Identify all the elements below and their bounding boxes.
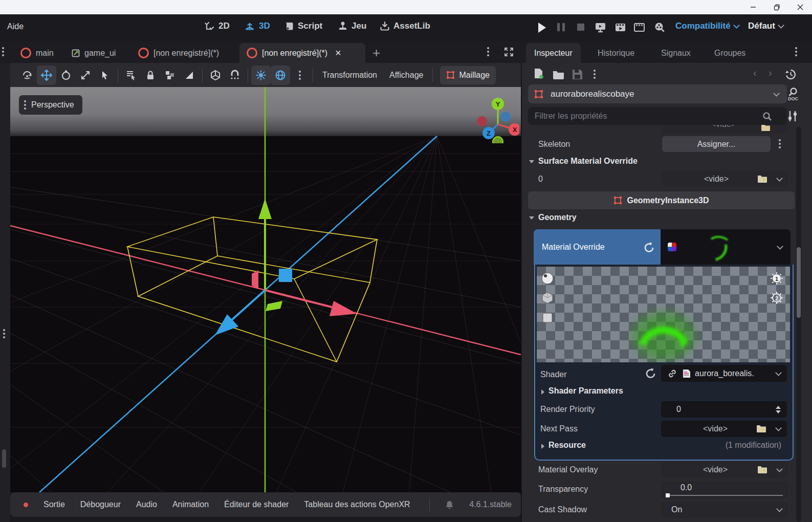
material-override-row[interactable]: Material Override — [534, 229, 661, 265]
next-pass-picker[interactable]: <vide> — [661, 421, 787, 437]
renderer-select[interactable]: Compatibilité — [675, 21, 739, 31]
tab-historique[interactable]: Historique — [589, 43, 643, 63]
panel-audio[interactable]: Audio — [136, 500, 157, 509]
panel-debogueur[interactable]: Débogueur — [80, 500, 121, 509]
expand-viewport-icon[interactable] — [504, 47, 514, 57]
open-docs-icon[interactable]: DOC — [787, 87, 799, 101]
render-priority-spinbox[interactable]: 0 — [661, 401, 787, 418]
perspective-menu-button[interactable]: Perspective — [19, 95, 82, 115]
movie-clapper-icon[interactable] — [633, 21, 645, 33]
select-tool[interactable] — [95, 66, 115, 85]
tab-groupes[interactable]: Groupes — [706, 43, 754, 63]
history-forward-icon[interactable]: › — [769, 67, 772, 79]
scrollbar-thumb[interactable] — [797, 247, 801, 318]
filter-properties-input[interactable] — [528, 107, 787, 125]
ruler-tool[interactable] — [180, 66, 199, 85]
movie-writer-icon[interactable] — [615, 21, 626, 33]
new-scene-tab-button[interactable]: + — [372, 45, 380, 61]
rotate-tool[interactable] — [56, 66, 76, 85]
history-back-icon[interactable]: ‹ — [753, 67, 757, 79]
remote-debug-icon[interactable] — [595, 21, 606, 33]
scene-tab-unsaved-1[interactable]: [non enregistré](*) — [131, 43, 226, 63]
surface-material-picker[interactable]: <vide> — [662, 171, 788, 187]
save-resource-icon[interactable] — [572, 69, 583, 80]
load-resource-icon[interactable] — [553, 70, 565, 79]
section-surface-material-override[interactable]: Surface Material Override — [538, 157, 638, 166]
local-space-toggle[interactable] — [206, 66, 225, 85]
workspace-script[interactable]: Script — [284, 21, 322, 31]
transparency-slider[interactable]: 0.0 — [661, 481, 788, 499]
spinner-icon[interactable] — [776, 406, 781, 414]
section-geometry[interactable]: Geometry — [538, 213, 577, 222]
scene-tab-main[interactable]: main — [13, 43, 61, 63]
panel-animation[interactable]: Animation — [172, 500, 209, 509]
left-scrollbar-thumb[interactable] — [2, 449, 6, 468]
scene-tab-unsaved-2-active[interactable]: [non enregistré](*) × — [239, 43, 365, 63]
cast-shadow-dropdown[interactable]: On — [661, 502, 788, 518]
section-shader-parameters[interactable]: Shader Parameters — [548, 386, 623, 396]
preview-options-menu-icon[interactable] — [290, 66, 310, 85]
preview-light1-icon[interactable]: 1 — [770, 272, 783, 285]
dock-handle-icon[interactable] — [2, 51, 4, 53]
preview-light2-icon[interactable]: 2 — [770, 291, 783, 304]
dock-handle-icon[interactable] — [3, 333, 5, 335]
snap-toggle[interactable] — [225, 66, 245, 85]
move-tool[interactable] — [37, 66, 56, 85]
preview-environment-toggle[interactable] — [271, 66, 290, 85]
expand-icon[interactable] — [541, 389, 544, 395]
scale-tool[interactable] — [76, 66, 95, 85]
category-geometryinstance3d[interactable]: GeometryInstance3D — [528, 191, 795, 209]
inspector-scrollbar[interactable] — [796, 127, 801, 522]
dock-tabs-menu-icon[interactable] — [795, 51, 797, 53]
object-history-icon[interactable] — [785, 69, 797, 80]
menu-affichage[interactable]: Affichage — [383, 71, 429, 80]
material-overlay-picker[interactable]: <vide> — [661, 462, 788, 478]
quick-load-icon[interactable] — [757, 175, 767, 183]
pause-button[interactable] — [557, 23, 565, 31]
axis-orientation-gizmo[interactable]: Y X Z — [468, 92, 519, 143]
renderer-info-icon[interactable] — [653, 21, 665, 33]
play-button[interactable] — [538, 23, 546, 33]
property-tools-icon[interactable] — [787, 110, 798, 122]
workspace-assetlib[interactable]: AssetLib — [380, 21, 430, 31]
close-icon[interactable] — [788, 0, 812, 14]
section-resource[interactable]: Resource — [548, 441, 586, 450]
workspace-3d[interactable]: 3D — [245, 21, 270, 31]
menu-aide[interactable]: Aide — [7, 22, 24, 31]
panel-shader-editor[interactable]: Éditeur de shader — [224, 500, 289, 509]
stop-button[interactable] — [577, 24, 584, 31]
new-resource-icon[interactable] — [533, 68, 544, 81]
notification-bell-icon[interactable] — [445, 500, 454, 510]
minimize-icon[interactable] — [741, 0, 765, 14]
layout-preset-select[interactable]: Défaut — [748, 21, 783, 31]
tab-signaux[interactable]: Signaux — [653, 43, 699, 63]
preview-sphere-icon[interactable] — [541, 272, 554, 285]
collapse-icon[interactable] — [529, 160, 534, 163]
maximize-icon[interactable] — [765, 0, 788, 14]
resource-menu-icon[interactable] — [594, 73, 596, 75]
group-selected-tool[interactable] — [160, 66, 180, 85]
quick-load-icon[interactable] — [757, 466, 767, 474]
preview-quad-icon[interactable] — [541, 311, 554, 324]
3d-viewport[interactable]: Perspective Y X Z — [10, 87, 521, 492]
menu-transformation[interactable]: Transformation — [316, 71, 383, 80]
lock-selected-tool[interactable] — [141, 66, 160, 85]
scene-tab-game-ui[interactable]: game_ui — [64, 43, 123, 63]
select-list-tool[interactable] — [121, 66, 141, 85]
slider-grabber[interactable] — [666, 493, 670, 497]
panel-openxr[interactable]: Tableau des actions OpenXR — [304, 500, 410, 509]
preview-box-icon[interactable] — [541, 291, 554, 304]
assign-skeleton-button[interactable]: Assigner... — [662, 136, 771, 152]
selected-mesh-wireframe[interactable] — [127, 217, 377, 362]
tab-inspecteur[interactable]: Inspecteur — [526, 43, 581, 63]
edited-object-selector[interactable]: auroraborealiscobaye — [528, 84, 787, 103]
shader-resource-picker[interactable]: aurora_borealis. — [661, 365, 787, 382]
revert-icon[interactable] — [645, 367, 657, 379]
quick-load-icon[interactable] — [756, 425, 766, 433]
expand-icon[interactable] — [541, 444, 544, 449]
preview-sun-toggle[interactable] — [251, 66, 271, 85]
maillage-menu-button[interactable]: Maillage — [440, 66, 496, 84]
material-resource-picker[interactable] — [661, 229, 791, 265]
workspace-2d[interactable]: 2D — [205, 21, 230, 31]
collapse-icon[interactable] — [529, 216, 534, 220]
